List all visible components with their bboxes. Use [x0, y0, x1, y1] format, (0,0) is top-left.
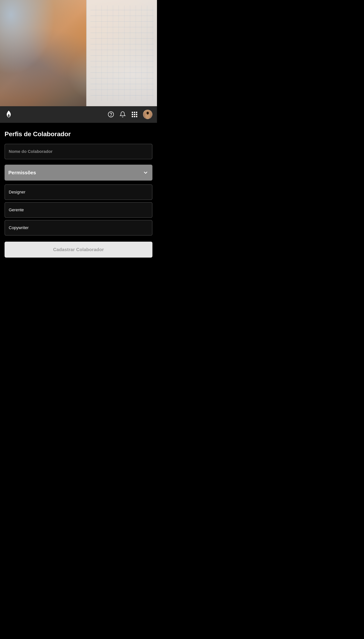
svg-point-0: [108, 112, 114, 117]
page-title: Perfis de Colaborador: [4, 130, 152, 138]
grid-dot: [136, 112, 137, 113]
nav-right: [108, 110, 152, 119]
permission-item-designer[interactable]: Designer: [4, 184, 152, 200]
grid-dot: [136, 114, 137, 115]
help-circle-icon[interactable]: [108, 111, 114, 118]
cadastrar-colaborador-button[interactable]: Cadastrar Colaborador: [4, 242, 152, 258]
grid-dot: [132, 114, 133, 115]
flame-icon: [4, 110, 13, 119]
main-content: Perfis de Colaborador Permissões Designe…: [0, 123, 157, 267]
collaborator-name-input[interactable]: [4, 144, 152, 159]
grid-dot: [134, 112, 135, 113]
hero-image: [0, 0, 157, 106]
grid-icon[interactable]: [131, 111, 138, 118]
grid-dot: [134, 116, 135, 117]
chevron-down-icon: [142, 170, 149, 176]
permission-item-gerente[interactable]: Gerente: [4, 202, 152, 218]
logo[interactable]: [4, 110, 13, 119]
bell-icon[interactable]: [120, 111, 126, 118]
grid-dot: [134, 114, 135, 115]
permissions-dropdown[interactable]: Permissões: [4, 165, 152, 181]
grid-dot: [132, 112, 133, 113]
navbar: [0, 106, 157, 123]
grid-dot: [136, 116, 137, 117]
avatar-image: [143, 110, 152, 119]
avatar[interactable]: [143, 110, 152, 119]
permissions-label: Permissões: [8, 170, 36, 176]
permission-item-copywriter[interactable]: Copywriter: [4, 220, 152, 236]
grid-dot: [132, 116, 133, 117]
